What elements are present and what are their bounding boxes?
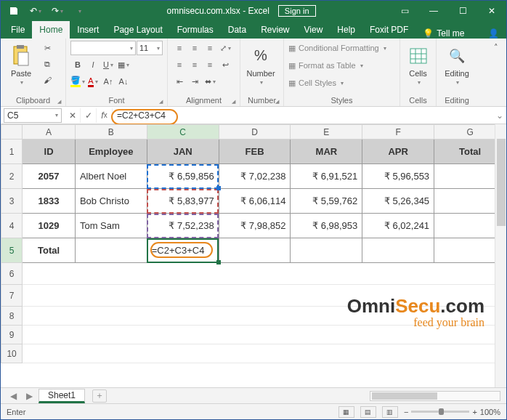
number-format-button[interactable]: % Number ▾ [245,41,277,89]
wrap-text-button[interactable]: ↩ [218,57,232,72]
copy-button[interactable]: ⧉ [40,57,54,71]
row-header-4[interactable]: 4 [1,214,23,238]
cell-F1[interactable]: APR [362,140,434,164]
cell-C2[interactable]: ₹ 6,59,856 [147,164,219,189]
col-header-D[interactable]: D [219,125,291,140]
empty-row[interactable] [23,263,506,285]
tab-home[interactable]: Home [32,21,70,39]
formula-input[interactable]: =C2+C3+C4 [113,110,493,121]
sheet-tab-sheet1[interactable]: Sheet1 [38,389,85,403]
cell-B3[interactable]: Bob Christo [75,189,147,214]
collapse-ribbon-button[interactable]: ˄ [489,40,503,54]
cell-E5[interactable] [291,238,362,263]
share-button[interactable]: 👤 [481,28,506,39]
cell-B2[interactable]: Albert Noel [75,164,147,189]
cell-A4[interactable]: 1029 [23,214,76,238]
increase-font-button[interactable]: A↑ [101,74,115,89]
page-break-view-button[interactable]: ▥ [382,406,398,418]
cell-C1[interactable]: JAN [147,140,219,164]
align-left-button[interactable]: ≡ [172,57,187,72]
signin-button[interactable]: Sign in [278,5,316,17]
col-header-E[interactable]: E [291,125,362,140]
align-center-button[interactable]: ≡ [187,57,202,72]
vertical-scrollbar[interactable] [495,124,506,387]
tellme-button[interactable]: 💡 Tell me [415,28,471,39]
cell-A3[interactable]: 1833 [23,189,76,214]
row-header-8[interactable]: 8 [1,307,23,326]
format-as-table-button[interactable]: ▦Format as Table▾ [288,58,363,73]
empty-row[interactable] [23,344,506,363]
row-header-10[interactable]: 10 [1,344,23,363]
zoom-in-button[interactable]: + [472,408,476,416]
save-button[interactable] [4,2,24,20]
bold-button[interactable]: B [70,57,85,72]
cell-C5[interactable]: =C2+C3+C4 [147,238,219,263]
increase-indent-button[interactable]: ⇥ [187,74,202,89]
cell-D3[interactable]: ₹ 6,06,114 [219,189,291,214]
tab-data[interactable]: Data [221,21,254,39]
cell-C3[interactable]: ₹ 5,83,977 [147,189,219,214]
ribbon-options-button[interactable]: ▭ [390,1,419,21]
close-button[interactable]: ✕ [477,1,506,21]
cell-A5[interactable]: Total [23,238,76,263]
decrease-font-button[interactable]: A↓ [116,74,131,89]
group-font-label[interactable]: Font [70,95,163,105]
font-combo[interactable]: ▾ [70,41,136,55]
zoom-slider[interactable] [411,411,469,413]
align-top-button[interactable]: ≡ [172,41,187,55]
zoom-level[interactable]: 100% [480,408,500,416]
cell-E2[interactable]: ₹ 6,91,521 [291,164,362,189]
group-clipboard-label[interactable]: Clipboard [5,95,61,105]
cell-A1[interactable]: ID [23,140,76,164]
sheet-nav-next[interactable]: ▶ [23,391,36,401]
col-header-A[interactable]: A [23,125,76,140]
cell-F3[interactable]: ₹ 5,26,345 [362,189,434,214]
paste-button[interactable]: Paste ▾ [5,41,37,89]
tab-formulas[interactable]: Formulas [170,21,221,39]
tab-help[interactable]: Help [330,21,362,39]
border-button[interactable]: ▦▾ [116,57,131,72]
row-header-7[interactable]: 7 [1,285,23,307]
cut-button[interactable]: ✂ [40,41,54,55]
cell-D5[interactable] [219,238,291,263]
fill-handle-icon[interactable] [216,260,221,264]
cell-B5[interactable] [75,238,147,263]
cell-E4[interactable]: ₹ 6,98,953 [291,214,362,238]
conditional-formatting-button[interactable]: ▦Conditional Formatting▾ [288,41,386,55]
undo-button[interactable]: ↶▾ [25,2,46,20]
cell-E3[interactable]: ₹ 5,59,762 [291,189,362,214]
cell-C4[interactable]: ₹ 7,52,238 [147,214,219,238]
orientation-button[interactable]: ⤢▾ [218,41,232,55]
sheet-nav-prev[interactable]: ◀ [7,391,20,401]
decrease-indent-button[interactable]: ⇤ [172,74,187,89]
row-header-6[interactable]: 6 [1,263,23,285]
worksheet-grid[interactable]: A B C D E F G 1 ID Employee JAN FEB MAR … [1,124,506,387]
fill-color-button[interactable]: 🪣▾ [70,74,85,89]
redo-button[interactable]: ↷▾ [47,2,68,20]
col-header-C[interactable]: C [147,125,219,140]
cell-styles-button[interactable]: ▦Cell Styles▾ [288,76,344,90]
row-header-1[interactable]: 1 [1,140,23,164]
tab-view[interactable]: View [297,21,330,39]
cell-D2[interactable]: ₹ 7,02,238 [219,164,291,189]
underline-button[interactable]: U▾ [101,57,115,72]
cells-button[interactable]: Cells ▾ [405,41,431,89]
group-alignment-label[interactable]: Alignment [172,95,235,105]
cell-F2[interactable]: ₹ 5,96,553 [362,164,434,189]
cell-F5[interactable] [362,238,434,263]
align-bottom-button[interactable]: ≡ [203,41,217,55]
scrollbar-thumb[interactable] [372,392,437,400]
zoom-out-button[interactable]: − [404,408,408,416]
col-header-B[interactable]: B [75,125,147,140]
minimize-button[interactable]: — [419,1,448,21]
select-all-corner[interactable] [1,125,23,140]
fx-button[interactable]: fx [97,108,113,123]
name-box[interactable]: C5▾ [4,108,62,123]
cell-D4[interactable]: ₹ 7,98,852 [219,214,291,238]
cell-E1[interactable]: MAR [291,140,362,164]
cancel-formula-button[interactable]: ✕ [65,108,81,123]
font-size-combo[interactable]: 11▾ [137,41,163,55]
maximize-button[interactable]: ☐ [448,1,477,21]
new-sheet-button[interactable]: ＋ [92,389,107,403]
tab-file[interactable]: File [4,21,32,39]
